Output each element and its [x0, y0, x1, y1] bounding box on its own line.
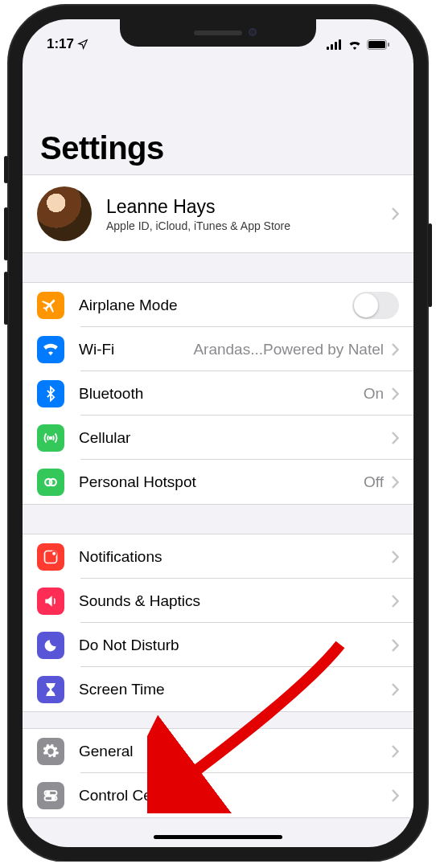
row-value: Arandas...Powered by Natel: [193, 341, 384, 358]
row-label: Screen Time: [79, 681, 165, 698]
device-frame: 1:17 Settings Leanne Hays Apple ID, iClo…: [8, 5, 428, 862]
front-camera: [249, 28, 257, 36]
row-bluetooth[interactable]: Bluetooth On: [23, 371, 413, 416]
power-button[interactable]: [428, 223, 432, 307]
airplane-toggle[interactable]: [352, 292, 399, 319]
avatar: [37, 186, 92, 241]
sounds-icon: [37, 588, 64, 615]
svg-rect-5: [368, 41, 385, 48]
group-connectivity: Airplane Mode Wi-Fi Arandas...Powered by…: [23, 282, 413, 505]
row-sounds-haptics[interactable]: Sounds & Haptics: [23, 579, 413, 623]
row-cellular[interactable]: Cellular: [23, 416, 413, 460]
row-apple-id[interactable]: Leanne Hays Apple ID, iCloud, iTunes & A…: [23, 175, 413, 252]
svg-point-15: [52, 796, 55, 799]
wifi-icon: [348, 39, 362, 50]
battery-icon: [367, 39, 389, 50]
svg-point-13: [47, 792, 49, 794]
chevron-right-icon: [392, 343, 399, 356]
profile-subtitle: Apple ID, iCloud, iTunes & App Store: [106, 219, 290, 232]
row-label: Do Not Disturb: [79, 637, 179, 654]
bluetooth-icon: [37, 380, 64, 407]
screentime-icon: [37, 676, 64, 703]
chevron-right-icon: [392, 476, 399, 489]
row-airplane-mode[interactable]: Airplane Mode: [23, 283, 413, 327]
chevron-right-icon: [392, 432, 399, 444]
row-label: Bluetooth: [79, 385, 143, 403]
group-notifications: Notifications Sounds & Haptics Do Not Di…: [23, 534, 413, 712]
home-indicator[interactable]: [154, 835, 282, 839]
row-label: General: [79, 743, 134, 760]
group-general: General Control Center: [23, 728, 413, 818]
profile-name: Leanne Hays: [106, 196, 290, 218]
notifications-icon: [37, 543, 64, 571]
page-header: Settings: [23, 59, 413, 174]
chevron-right-icon: [392, 789, 399, 802]
location-icon: [77, 39, 88, 50]
speaker-grille: [194, 31, 242, 35]
airplane-icon: [37, 292, 64, 319]
svg-point-11: [51, 551, 56, 555]
notch: [120, 19, 316, 47]
svg-rect-2: [335, 42, 337, 50]
row-wifi[interactable]: Wi-Fi Arandas...Powered by Natel: [23, 327, 413, 371]
svg-point-7: [50, 436, 52, 439]
svg-rect-3: [339, 39, 341, 50]
screen: 1:17 Settings Leanne Hays Apple ID, iClo…: [23, 19, 413, 847]
wifi-icon: [37, 336, 64, 363]
status-time: 1:17: [47, 36, 74, 52]
svg-rect-1: [331, 44, 333, 50]
general-icon: [37, 738, 64, 765]
row-control-center[interactable]: Control Center: [23, 773, 413, 817]
volume-down-button[interactable]: [4, 272, 8, 325]
row-value: Off: [364, 473, 384, 491]
row-label: Sounds & Haptics: [79, 592, 200, 610]
row-value: On: [364, 385, 384, 403]
row-general[interactable]: General: [23, 729, 413, 773]
mute-switch[interactable]: [4, 156, 8, 183]
chevron-right-icon: [392, 387, 399, 400]
dnd-icon: [37, 632, 64, 659]
row-label: Personal Hotspot: [79, 473, 196, 491]
row-notifications[interactable]: Notifications: [23, 534, 413, 579]
chevron-right-icon: [392, 207, 399, 220]
row-label: Cellular: [79, 429, 130, 447]
svg-rect-0: [327, 47, 329, 50]
chevron-right-icon: [392, 683, 399, 696]
row-personal-hotspot[interactable]: Personal Hotspot Off: [23, 460, 413, 504]
chevron-right-icon: [392, 639, 399, 652]
svg-point-9: [50, 478, 56, 485]
cellular-signal-icon: [327, 39, 343, 50]
chevron-right-icon: [392, 595, 399, 608]
group-profile: Leanne Hays Apple ID, iCloud, iTunes & A…: [23, 174, 413, 253]
page-title: Settings: [40, 130, 396, 166]
row-label: Control Center: [79, 787, 179, 805]
svg-rect-6: [388, 43, 389, 47]
row-do-not-disturb[interactable]: Do Not Disturb: [23, 623, 413, 667]
row-label: Notifications: [79, 548, 162, 566]
hotspot-icon: [37, 469, 64, 496]
cellular-icon: [37, 424, 64, 452]
row-label: Wi-Fi: [79, 341, 114, 358]
row-screen-time[interactable]: Screen Time: [23, 667, 413, 711]
control-center-icon: [37, 782, 64, 809]
volume-up-button[interactable]: [4, 207, 8, 260]
chevron-right-icon: [392, 745, 399, 758]
chevron-right-icon: [392, 551, 399, 563]
row-label: Airplane Mode: [79, 297, 178, 314]
